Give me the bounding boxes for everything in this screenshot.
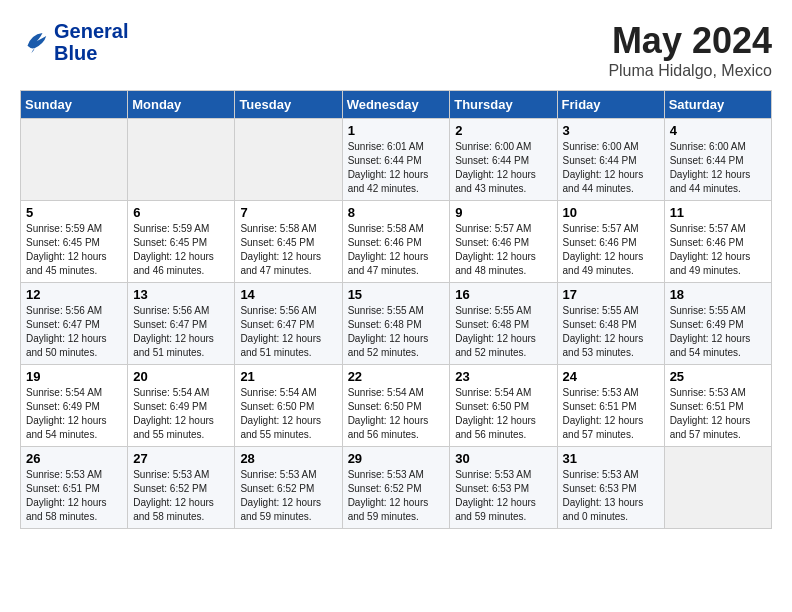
day-number: 15 <box>348 287 445 302</box>
weekday-header: Saturday <box>664 91 771 119</box>
day-info: Sunrise: 6:00 AM Sunset: 6:44 PM Dayligh… <box>563 140 659 196</box>
month-title: May 2024 <box>608 20 772 62</box>
calendar-week-row: 26Sunrise: 5:53 AM Sunset: 6:51 PM Dayli… <box>21 447 772 529</box>
day-info: Sunrise: 5:57 AM Sunset: 6:46 PM Dayligh… <box>670 222 766 278</box>
day-number: 29 <box>348 451 445 466</box>
title-block: May 2024 Pluma Hidalgo, Mexico <box>608 20 772 80</box>
weekday-header: Friday <box>557 91 664 119</box>
day-info: Sunrise: 5:53 AM Sunset: 6:52 PM Dayligh… <box>133 468 229 524</box>
day-number: 13 <box>133 287 229 302</box>
day-info: Sunrise: 5:53 AM Sunset: 6:52 PM Dayligh… <box>240 468 336 524</box>
calendar-day-cell: 18Sunrise: 5:55 AM Sunset: 6:49 PM Dayli… <box>664 283 771 365</box>
calendar-day-cell: 25Sunrise: 5:53 AM Sunset: 6:51 PM Dayli… <box>664 365 771 447</box>
day-info: Sunrise: 5:55 AM Sunset: 6:48 PM Dayligh… <box>348 304 445 360</box>
calendar-day-cell: 3Sunrise: 6:00 AM Sunset: 6:44 PM Daylig… <box>557 119 664 201</box>
day-number: 31 <box>563 451 659 466</box>
day-info: Sunrise: 5:53 AM Sunset: 6:53 PM Dayligh… <box>455 468 551 524</box>
day-number: 24 <box>563 369 659 384</box>
calendar-day-cell <box>664 447 771 529</box>
calendar-day-cell: 22Sunrise: 5:54 AM Sunset: 6:50 PM Dayli… <box>342 365 450 447</box>
calendar-day-cell <box>235 119 342 201</box>
day-number: 4 <box>670 123 766 138</box>
calendar-day-cell: 31Sunrise: 5:53 AM Sunset: 6:53 PM Dayli… <box>557 447 664 529</box>
day-number: 28 <box>240 451 336 466</box>
day-info: Sunrise: 5:53 AM Sunset: 6:53 PM Dayligh… <box>563 468 659 524</box>
day-info: Sunrise: 5:55 AM Sunset: 6:49 PM Dayligh… <box>670 304 766 360</box>
day-number: 3 <box>563 123 659 138</box>
day-info: Sunrise: 5:57 AM Sunset: 6:46 PM Dayligh… <box>563 222 659 278</box>
calendar-day-cell: 8Sunrise: 5:58 AM Sunset: 6:46 PM Daylig… <box>342 201 450 283</box>
calendar-table: SundayMondayTuesdayWednesdayThursdayFrid… <box>20 90 772 529</box>
day-number: 8 <box>348 205 445 220</box>
day-number: 26 <box>26 451 122 466</box>
calendar-day-cell: 4Sunrise: 6:00 AM Sunset: 6:44 PM Daylig… <box>664 119 771 201</box>
day-info: Sunrise: 5:58 AM Sunset: 6:45 PM Dayligh… <box>240 222 336 278</box>
day-number: 18 <box>670 287 766 302</box>
day-info: Sunrise: 5:59 AM Sunset: 6:45 PM Dayligh… <box>133 222 229 278</box>
calendar-day-cell: 23Sunrise: 5:54 AM Sunset: 6:50 PM Dayli… <box>450 365 557 447</box>
logo-bird-icon <box>20 27 50 57</box>
day-number: 11 <box>670 205 766 220</box>
day-info: Sunrise: 5:54 AM Sunset: 6:50 PM Dayligh… <box>240 386 336 442</box>
calendar-day-cell <box>21 119 128 201</box>
calendar-day-cell: 7Sunrise: 5:58 AM Sunset: 6:45 PM Daylig… <box>235 201 342 283</box>
day-info: Sunrise: 5:55 AM Sunset: 6:48 PM Dayligh… <box>455 304 551 360</box>
day-info: Sunrise: 5:57 AM Sunset: 6:46 PM Dayligh… <box>455 222 551 278</box>
calendar-day-cell: 30Sunrise: 5:53 AM Sunset: 6:53 PM Dayli… <box>450 447 557 529</box>
day-number: 5 <box>26 205 122 220</box>
calendar-week-row: 12Sunrise: 5:56 AM Sunset: 6:47 PM Dayli… <box>21 283 772 365</box>
day-number: 10 <box>563 205 659 220</box>
day-number: 7 <box>240 205 336 220</box>
calendar-day-cell: 21Sunrise: 5:54 AM Sunset: 6:50 PM Dayli… <box>235 365 342 447</box>
calendar-day-cell: 15Sunrise: 5:55 AM Sunset: 6:48 PM Dayli… <box>342 283 450 365</box>
day-number: 9 <box>455 205 551 220</box>
day-number: 14 <box>240 287 336 302</box>
calendar-day-cell: 2Sunrise: 6:00 AM Sunset: 6:44 PM Daylig… <box>450 119 557 201</box>
calendar-day-cell: 14Sunrise: 5:56 AM Sunset: 6:47 PM Dayli… <box>235 283 342 365</box>
day-info: Sunrise: 5:56 AM Sunset: 6:47 PM Dayligh… <box>26 304 122 360</box>
calendar-day-cell: 5Sunrise: 5:59 AM Sunset: 6:45 PM Daylig… <box>21 201 128 283</box>
calendar-day-cell: 19Sunrise: 5:54 AM Sunset: 6:49 PM Dayli… <box>21 365 128 447</box>
day-number: 23 <box>455 369 551 384</box>
day-info: Sunrise: 5:55 AM Sunset: 6:48 PM Dayligh… <box>563 304 659 360</box>
day-info: Sunrise: 5:54 AM Sunset: 6:50 PM Dayligh… <box>348 386 445 442</box>
page-header: General Blue May 2024 Pluma Hidalgo, Mex… <box>20 20 772 80</box>
day-number: 21 <box>240 369 336 384</box>
calendar-day-cell: 13Sunrise: 5:56 AM Sunset: 6:47 PM Dayli… <box>128 283 235 365</box>
day-info: Sunrise: 5:53 AM Sunset: 6:51 PM Dayligh… <box>26 468 122 524</box>
logo-text: General Blue <box>54 20 128 64</box>
weekday-header: Thursday <box>450 91 557 119</box>
weekday-header: Wednesday <box>342 91 450 119</box>
weekday-header: Tuesday <box>235 91 342 119</box>
day-number: 2 <box>455 123 551 138</box>
calendar-day-cell: 24Sunrise: 5:53 AM Sunset: 6:51 PM Dayli… <box>557 365 664 447</box>
calendar-day-cell: 29Sunrise: 5:53 AM Sunset: 6:52 PM Dayli… <box>342 447 450 529</box>
location: Pluma Hidalgo, Mexico <box>608 62 772 80</box>
calendar-day-cell: 9Sunrise: 5:57 AM Sunset: 6:46 PM Daylig… <box>450 201 557 283</box>
logo: General Blue <box>20 20 128 64</box>
day-info: Sunrise: 5:53 AM Sunset: 6:52 PM Dayligh… <box>348 468 445 524</box>
calendar-day-cell: 10Sunrise: 5:57 AM Sunset: 6:46 PM Dayli… <box>557 201 664 283</box>
calendar-week-row: 1Sunrise: 6:01 AM Sunset: 6:44 PM Daylig… <box>21 119 772 201</box>
day-number: 22 <box>348 369 445 384</box>
day-info: Sunrise: 6:01 AM Sunset: 6:44 PM Dayligh… <box>348 140 445 196</box>
calendar-day-cell <box>128 119 235 201</box>
day-info: Sunrise: 6:00 AM Sunset: 6:44 PM Dayligh… <box>670 140 766 196</box>
day-number: 27 <box>133 451 229 466</box>
weekday-header: Monday <box>128 91 235 119</box>
day-info: Sunrise: 5:54 AM Sunset: 6:49 PM Dayligh… <box>26 386 122 442</box>
weekday-header-row: SundayMondayTuesdayWednesdayThursdayFrid… <box>21 91 772 119</box>
day-number: 6 <box>133 205 229 220</box>
day-info: Sunrise: 5:54 AM Sunset: 6:50 PM Dayligh… <box>455 386 551 442</box>
day-info: Sunrise: 6:00 AM Sunset: 6:44 PM Dayligh… <box>455 140 551 196</box>
day-info: Sunrise: 5:53 AM Sunset: 6:51 PM Dayligh… <box>670 386 766 442</box>
day-info: Sunrise: 5:59 AM Sunset: 6:45 PM Dayligh… <box>26 222 122 278</box>
calendar-day-cell: 20Sunrise: 5:54 AM Sunset: 6:49 PM Dayli… <box>128 365 235 447</box>
day-info: Sunrise: 5:56 AM Sunset: 6:47 PM Dayligh… <box>240 304 336 360</box>
day-number: 20 <box>133 369 229 384</box>
day-info: Sunrise: 5:58 AM Sunset: 6:46 PM Dayligh… <box>348 222 445 278</box>
calendar-week-row: 19Sunrise: 5:54 AM Sunset: 6:49 PM Dayli… <box>21 365 772 447</box>
calendar-week-row: 5Sunrise: 5:59 AM Sunset: 6:45 PM Daylig… <box>21 201 772 283</box>
calendar-day-cell: 11Sunrise: 5:57 AM Sunset: 6:46 PM Dayli… <box>664 201 771 283</box>
calendar-day-cell: 16Sunrise: 5:55 AM Sunset: 6:48 PM Dayli… <box>450 283 557 365</box>
